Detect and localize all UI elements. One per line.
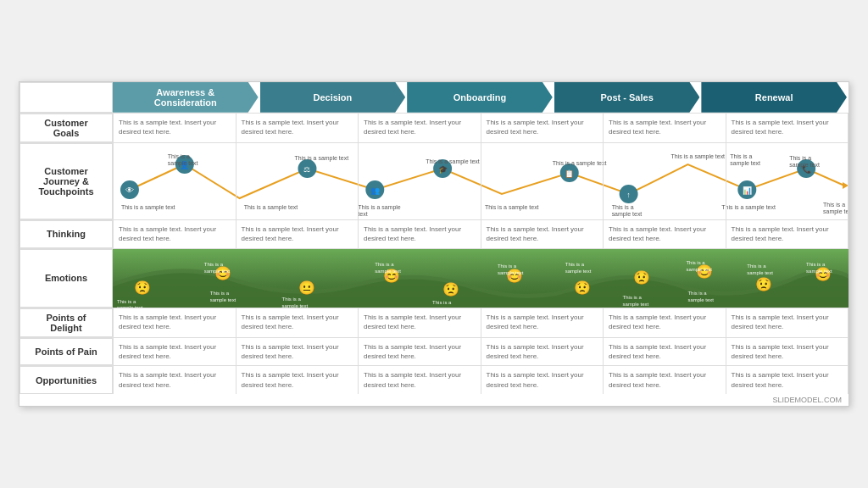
journey-cells: 👁 👤 ⚖ 👥 🎓 📋 ↑ 📊 📞 This is a sample text — [113, 143, 849, 219]
svg-text:sample text: sample text — [806, 268, 832, 273]
phase-headers: Awareness &Consideration Decision Onboar… — [113, 82, 849, 113]
journey-cell-2 — [236, 143, 359, 219]
svg-text:This is a: This is a — [565, 261, 585, 266]
thinking-cells: This is a sample text. Insert your desir… — [113, 220, 849, 248]
svg-text:😊: 😊 — [506, 268, 523, 284]
cell: This is a sample text. Insert your desir… — [481, 114, 604, 142]
journey-row: CustomerJourney &Touchpoints 👁 👤 ⚖ 👥 🎓 — [19, 142, 849, 219]
svg-text:😟: 😟 — [442, 281, 459, 297]
cell: This is a sample text. Insert your desir… — [236, 366, 359, 394]
svg-text:This is a: This is a — [210, 291, 230, 296]
cell: This is a sample text. Insert your desir… — [726, 114, 849, 142]
cell: This is a sample text. Insert your desir… — [603, 220, 726, 248]
emotions-svg: 😟 This is a sample text 😊 This is a samp… — [113, 249, 849, 308]
points-of-pain-row: Points of Pain This is a sample text. In… — [19, 337, 849, 366]
svg-text:sample text: sample text — [375, 268, 401, 273]
svg-text:This is a: This is a — [686, 259, 705, 264]
svg-text:This is a: This is a — [117, 299, 136, 304]
points-of-delight-cells: This is a sample text. Insert your desir… — [113, 308, 849, 337]
points-of-delight-label: Points ofDelight — [19, 308, 113, 337]
svg-text:sample text: sample text — [117, 305, 143, 308]
svg-text:This is a: This is a — [747, 263, 766, 268]
cell: This is a sample text. Insert your desir… — [358, 366, 481, 394]
svg-text:This is a: This is a — [432, 300, 452, 305]
cell: This is a sample text. Insert your desir… — [236, 338, 359, 366]
phase-renewal: Renewal — [701, 82, 847, 113]
emotions-label: Emotions — [19, 249, 113, 308]
svg-text:sample text: sample text — [687, 297, 714, 302]
cell: This is a sample text. Insert your desir… — [358, 114, 481, 142]
svg-text:😐: 😐 — [298, 280, 315, 296]
cell: This is a sample text. Insert your desir… — [726, 366, 849, 394]
phase-decision: Decision — [260, 82, 406, 113]
journey-cell-5 — [603, 143, 726, 219]
points-of-pain-label: Points of Pain — [19, 338, 113, 366]
cell: This is a sample text. Insert your desir… — [726, 308, 849, 337]
cell: This is a sample text. Insert your desir… — [603, 308, 726, 337]
slide: Awareness &Consideration Decision Onboar… — [19, 81, 849, 407]
cell: This is a sample text. Insert your desir… — [358, 338, 481, 366]
cell: This is a sample text. Insert your desir… — [113, 366, 236, 394]
cell: This is a sample text. Insert your desir… — [358, 308, 481, 337]
svg-text:This is a: This is a — [806, 261, 826, 266]
svg-text:😟: 😟 — [633, 269, 650, 286]
svg-text:😟: 😟 — [755, 276, 772, 292]
customer-goals-cells: This is a sample text. Insert your desir… — [113, 114, 849, 142]
cell: This is a sample text. Insert your desir… — [603, 338, 726, 366]
journey-cell-3 — [358, 143, 481, 219]
svg-text:😊: 😊 — [815, 266, 832, 282]
cell: This is a sample text. Insert your desir… — [113, 308, 236, 337]
points-of-pain-cells: This is a sample text. Insert your desir… — [113, 338, 849, 366]
phase-awareness: Awareness &Consideration — [113, 82, 259, 113]
svg-text:😊: 😊 — [214, 265, 231, 281]
cell: This is a sample text. Insert your desir… — [726, 338, 849, 366]
emotions-row: Emotions 😟 This is a sample text 😊 This … — [19, 248, 849, 308]
cell: This is a sample text. Insert your desir… — [726, 220, 849, 248]
header-row: Awareness &Consideration Decision Onboar… — [19, 82, 849, 113]
svg-text:sample text: sample text — [432, 307, 459, 308]
cell: This is a sample text. Insert your desir… — [358, 220, 481, 248]
svg-text:😊: 😊 — [696, 263, 713, 279]
opportunities-row: Opportunities This is a sample text. Ins… — [19, 365, 849, 394]
cell: This is a sample text. Insert your desir… — [113, 220, 236, 248]
svg-text:This is a: This is a — [204, 261, 224, 266]
customer-goals-row: CustomerGoals This is a sample text. Ins… — [19, 113, 849, 142]
svg-text:This is a: This is a — [375, 261, 394, 266]
opportunities-label: Opportunities — [19, 366, 113, 394]
cell: This is a sample text. Insert your desir… — [113, 338, 236, 366]
svg-text:This is a: This is a — [498, 263, 517, 268]
cell: This is a sample text. Insert your desir… — [481, 308, 604, 337]
cell: This is a sample text. Insert your desir… — [603, 114, 726, 142]
cell: This is a sample text. Insert your desir… — [236, 114, 359, 142]
cell: This is a sample text. Insert your desir… — [236, 220, 359, 248]
phase-onboarding: Onboarding — [407, 82, 553, 113]
cell: This is a sample text. Insert your desir… — [481, 338, 604, 366]
svg-text:sample text: sample text — [498, 269, 524, 274]
points-of-delight-row: Points ofDelight This is a sample text. … — [19, 308, 849, 337]
cell: This is a sample text. Insert your desir… — [603, 366, 726, 394]
cell: This is a sample text. Insert your desir… — [481, 220, 604, 248]
journey-cell-6 — [726, 143, 849, 219]
svg-text:sample text: sample text — [282, 303, 309, 308]
svg-text:sample text: sample text — [623, 302, 649, 307]
watermark: SLIDEMODEL.COM — [19, 394, 849, 406]
svg-text:😊: 😊 — [383, 268, 400, 284]
cell: This is a sample text. Insert your desir… — [113, 114, 236, 142]
svg-text:This is a: This is a — [282, 297, 302, 302]
journey-label: CustomerJourney &Touchpoints — [19, 143, 113, 219]
header-label-cell — [19, 82, 113, 113]
svg-text:😟: 😟 — [134, 280, 151, 296]
svg-text:sample text: sample text — [204, 268, 231, 273]
svg-text:sample text: sample text — [565, 268, 592, 273]
thinking-row: Thinking This is a sample text. Insert y… — [19, 219, 849, 248]
journey-cell-4 — [481, 143, 604, 219]
svg-text:This is a: This is a — [687, 291, 707, 296]
svg-text:sample text: sample text — [747, 269, 773, 274]
svg-text:This is a: This is a — [623, 295, 643, 300]
thinking-label: Thinking — [19, 220, 113, 248]
emotions-content: 😟 This is a sample text 😊 This is a samp… — [113, 249, 849, 308]
journey-cell-1 — [113, 143, 236, 219]
svg-text:sample text: sample text — [210, 297, 236, 302]
customer-goals-label: CustomerGoals — [19, 114, 113, 142]
opportunities-cells: This is a sample text. Insert your desir… — [113, 366, 849, 394]
